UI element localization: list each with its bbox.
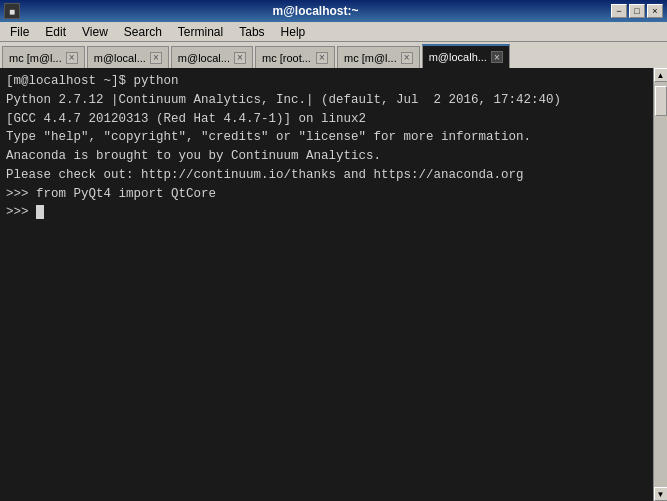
titlebar-buttons: − □ × — [611, 4, 663, 18]
tab-1[interactable]: mc [m@l...× — [2, 46, 85, 68]
tab-6[interactable]: m@localh...× — [422, 44, 510, 68]
tab-label-1: mc [m@l... — [9, 52, 62, 64]
scroll-thumb[interactable] — [655, 86, 667, 116]
menu-item-file[interactable]: File — [2, 23, 37, 41]
tab-2[interactable]: m@local...× — [87, 46, 169, 68]
tab-close-3[interactable]: × — [234, 52, 246, 64]
menu-item-search[interactable]: Search — [116, 23, 170, 41]
scroll-track[interactable] — [654, 82, 667, 487]
tab-label-5: mc [m@l... — [344, 52, 397, 64]
scroll-down-button[interactable]: ▼ — [654, 487, 668, 501]
scrollbar[interactable]: ▲ ▼ — [653, 68, 667, 501]
scroll-up-button[interactable]: ▲ — [654, 68, 668, 82]
maximize-button[interactable]: □ — [629, 4, 645, 18]
terminal-output[interactable]: [m@localhost ~]$ python Python 2.7.12 |C… — [0, 68, 653, 501]
tab-close-1[interactable]: × — [66, 52, 78, 64]
tab-label-6: m@localh... — [429, 51, 487, 63]
tab-label-3: m@local... — [178, 52, 230, 64]
window-icon: ■ — [4, 3, 20, 19]
close-button[interactable]: × — [647, 4, 663, 18]
tab-close-2[interactable]: × — [150, 52, 162, 64]
tab-5[interactable]: mc [m@l...× — [337, 46, 420, 68]
menu-item-edit[interactable]: Edit — [37, 23, 74, 41]
menu-item-view[interactable]: View — [74, 23, 116, 41]
minimize-button[interactable]: − — [611, 4, 627, 18]
window-title: m@localhost:~ — [20, 4, 611, 18]
terminal-wrapper: [m@localhost ~]$ python Python 2.7.12 |C… — [0, 68, 667, 501]
tab-label-4: mc [root... — [262, 52, 312, 64]
titlebar: ■ m@localhost:~ − □ × — [0, 0, 667, 22]
tabbar: mc [m@l...×m@local...×m@local...×mc [roo… — [0, 42, 667, 68]
menu-item-terminal[interactable]: Terminal — [170, 23, 231, 41]
tab-close-4[interactable]: × — [316, 52, 328, 64]
tab-label-2: m@local... — [94, 52, 146, 64]
menu-item-tabs[interactable]: Tabs — [231, 23, 272, 41]
tab-close-6[interactable]: × — [491, 51, 503, 63]
menubar: FileEditViewSearchTerminalTabsHelp — [0, 22, 667, 42]
tab-close-5[interactable]: × — [401, 52, 413, 64]
tab-3[interactable]: m@local...× — [171, 46, 253, 68]
tab-4[interactable]: mc [root...× — [255, 46, 335, 68]
menu-item-help[interactable]: Help — [273, 23, 314, 41]
